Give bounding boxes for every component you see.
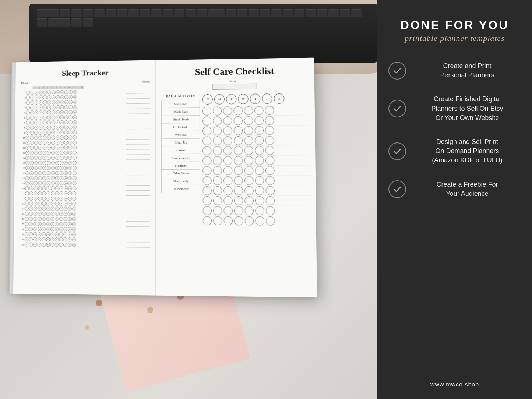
sleep-circle[interactable]: 9 <box>59 227 63 231</box>
sleep-circle[interactable]: 9 <box>60 156 64 160</box>
sleep-circle[interactable]: 10 <box>64 141 68 145</box>
sleep-circle[interactable]: 12 <box>73 100 77 104</box>
sleep-circle[interactable]: 11 <box>68 217 72 221</box>
sleep-circle[interactable]: 4 <box>38 197 42 201</box>
sleep-circle[interactable]: 12 <box>73 120 77 124</box>
check-circle[interactable] <box>265 146 275 155</box>
sleep-circle[interactable]: 10 <box>64 197 68 201</box>
sleep-circle[interactable]: 4 <box>39 106 43 110</box>
sleep-circle[interactable]: 1 <box>25 217 29 221</box>
sleep-circle[interactable]: 8 <box>55 191 59 195</box>
sleep-circle[interactable]: 3 <box>34 202 38 206</box>
sleep-circle[interactable]: 7 <box>52 100 56 105</box>
sleep-circle[interactable]: 1 <box>25 212 29 216</box>
sleep-circle[interactable]: 1 <box>26 121 30 125</box>
sleep-circle[interactable]: 5 <box>43 105 47 109</box>
sleep-circle[interactable]: 8 <box>56 135 60 140</box>
check-circle[interactable] <box>244 166 254 175</box>
sleep-circle[interactable]: 5 <box>43 110 47 114</box>
sleep-circle[interactable]: 6 <box>47 176 51 180</box>
sleep-circle[interactable]: 4 <box>38 191 42 195</box>
sleep-circle[interactable]: 2 <box>30 146 34 150</box>
sleep-circle[interactable]: 8 <box>55 217 59 221</box>
sleep-circle[interactable]: 1 <box>25 156 29 160</box>
sleep-circle[interactable]: 3 <box>34 181 38 185</box>
sleep-circle[interactable]: 9 <box>60 100 64 104</box>
sleep-circle[interactable]: 5 <box>43 116 47 120</box>
sleep-circle[interactable]: 1 <box>25 186 29 190</box>
sleep-circle[interactable]: 3 <box>34 191 38 195</box>
sleep-circle[interactable]: 10 <box>64 100 68 104</box>
check-circle[interactable] <box>255 146 264 155</box>
sleep-circle[interactable]: 1 <box>25 222 29 226</box>
sleep-circle[interactable]: 11 <box>68 130 73 134</box>
sleep-circle[interactable]: 11 <box>68 181 72 185</box>
sleep-circle[interactable]: 1 <box>25 232 29 236</box>
sleep-circle[interactable]: 2 <box>30 141 34 145</box>
sleep-circle[interactable]: 12 <box>72 227 76 231</box>
sleep-circle[interactable]: 12 <box>73 146 77 150</box>
sleep-circle[interactable]: 1 <box>25 176 29 180</box>
sleep-circle[interactable]: 12 <box>72 222 76 226</box>
check-circle[interactable] <box>255 116 264 125</box>
sleep-circle[interactable]: 1 <box>26 136 30 140</box>
check-circle[interactable] <box>255 136 264 145</box>
sleep-circle[interactable]: 9 <box>60 151 64 155</box>
sleep-circle[interactable]: 3 <box>34 212 38 216</box>
check-circle[interactable] <box>235 216 244 225</box>
sleep-circle[interactable]: 7 <box>51 202 55 206</box>
sleep-circle[interactable]: 7 <box>51 135 55 140</box>
check-circle[interactable] <box>224 186 233 195</box>
sleep-circle[interactable]: 11 <box>68 227 72 231</box>
sleep-circle[interactable]: 9 <box>60 171 64 175</box>
sleep-circle[interactable]: 11 <box>68 110 73 114</box>
sleep-circle[interactable]: 2 <box>30 110 34 114</box>
sleep-circle[interactable]: 10 <box>64 176 68 180</box>
sleep-circle[interactable]: 7 <box>50 237 54 241</box>
sleep-circle[interactable]: 9 <box>59 202 63 206</box>
sleep-circle[interactable]: 12 <box>73 95 77 99</box>
check-circle[interactable] <box>255 156 264 165</box>
sleep-circle[interactable]: 9 <box>59 191 63 195</box>
sleep-circle[interactable]: 10 <box>63 217 67 221</box>
sleep-circle[interactable]: 12 <box>73 130 77 134</box>
sleep-circle[interactable]: 7 <box>50 217 54 221</box>
check-circle[interactable] <box>256 216 265 226</box>
sleep-circle[interactable]: 4 <box>38 131 42 135</box>
sleep-circle[interactable]: 12 <box>72 232 76 236</box>
sleep-circle[interactable]: 2 <box>29 222 33 226</box>
sleep-circle[interactable]: 7 <box>51 131 55 135</box>
sleep-circle[interactable]: 3 <box>34 131 38 135</box>
check-circle[interactable] <box>265 136 275 145</box>
sleep-circle[interactable]: 9 <box>60 130 64 134</box>
check-circle[interactable] <box>244 156 254 165</box>
sleep-circle[interactable]: 12 <box>73 141 77 145</box>
check-circle[interactable] <box>244 136 254 145</box>
sleep-circle[interactable]: 3 <box>34 141 38 145</box>
sleep-circle[interactable]: 9 <box>60 141 64 145</box>
sleep-circle[interactable]: 10 <box>64 151 68 155</box>
sleep-circle[interactable]: 8 <box>55 227 59 231</box>
sleep-circle[interactable]: 6 <box>46 232 50 236</box>
sleep-circle[interactable]: 10 <box>64 130 68 134</box>
sleep-circle[interactable]: 7 <box>50 212 54 216</box>
check-circle[interactable] <box>213 176 222 185</box>
sleep-circle[interactable]: 9 <box>59 222 63 226</box>
sleep-circle[interactable]: 6 <box>47 120 51 124</box>
sleep-circle[interactable]: 7 <box>51 176 55 180</box>
sleep-circle[interactable]: 8 <box>56 131 60 135</box>
sleep-circle[interactable]: 10 <box>63 227 67 231</box>
sleep-circle[interactable]: 9 <box>60 105 64 109</box>
check-circle[interactable] <box>244 126 254 135</box>
check-circle[interactable] <box>224 176 233 185</box>
sleep-circle[interactable]: 3 <box>33 227 37 231</box>
check-circle[interactable] <box>203 216 212 225</box>
check-circle[interactable] <box>203 166 212 175</box>
sleep-circle[interactable]: 12 <box>73 171 77 175</box>
sleep-circle[interactable]: 5 <box>42 197 46 201</box>
sleep-circle[interactable]: 11 <box>68 243 72 247</box>
sleep-circle[interactable]: 8 <box>55 151 59 155</box>
sleep-circle[interactable]: 8 <box>55 156 59 160</box>
sleep-circle[interactable]: 11 <box>68 191 72 195</box>
sleep-circle[interactable]: 10 <box>64 110 68 114</box>
